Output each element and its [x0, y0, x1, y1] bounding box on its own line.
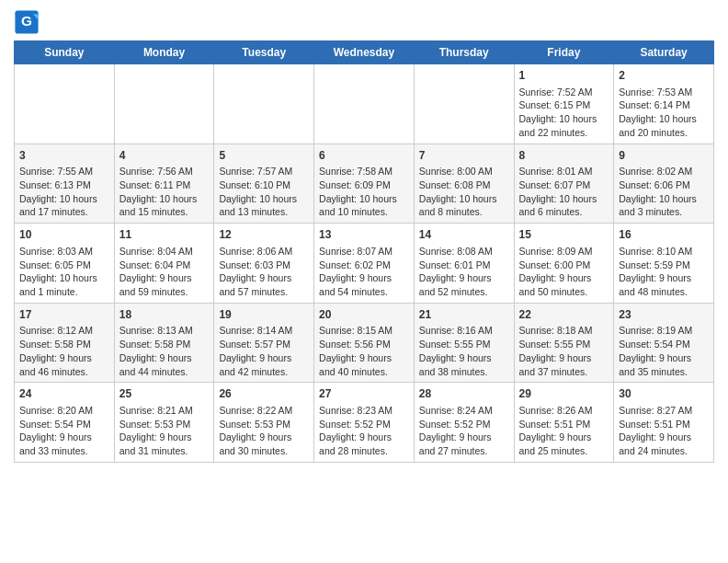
day-info: Sunrise: 8:01 AM Sunset: 6:07 PM Dayligh… — [519, 165, 609, 219]
calendar-cell: 2Sunrise: 7:53 AM Sunset: 6:14 PM Daylig… — [614, 64, 714, 144]
day-info: Sunrise: 8:10 AM Sunset: 5:59 PM Dayligh… — [619, 245, 709, 299]
calendar-cell: 10Sunrise: 8:03 AM Sunset: 6:05 PM Dayli… — [15, 224, 115, 304]
day-number: 20 — [319, 307, 409, 323]
weekday-header-sunday: Sunday — [15, 41, 115, 64]
calendar-cell: 26Sunrise: 8:22 AM Sunset: 5:53 PM Dayli… — [214, 383, 314, 463]
calendar-cell: 18Sunrise: 8:13 AM Sunset: 5:58 PM Dayli… — [114, 303, 214, 383]
calendar-cell: 16Sunrise: 8:10 AM Sunset: 5:59 PM Dayli… — [614, 224, 714, 304]
logo-icon: G — [14, 9, 40, 35]
day-info: Sunrise: 8:06 AM Sunset: 6:03 PM Dayligh… — [219, 245, 309, 299]
day-number: 26 — [219, 386, 309, 402]
weekday-header-friday: Friday — [514, 41, 614, 64]
calendar-cell: 4Sunrise: 7:56 AM Sunset: 6:11 PM Daylig… — [114, 144, 214, 224]
calendar-cell: 1Sunrise: 7:52 AM Sunset: 6:15 PM Daylig… — [514, 64, 614, 144]
day-info: Sunrise: 7:53 AM Sunset: 6:14 PM Dayligh… — [619, 86, 709, 140]
calendar-cell: 13Sunrise: 8:07 AM Sunset: 6:02 PM Dayli… — [314, 224, 415, 304]
weekday-header-wednesday: Wednesday — [314, 41, 415, 64]
calendar-cell: 30Sunrise: 8:27 AM Sunset: 5:51 PM Dayli… — [614, 383, 714, 463]
calendar-cell: 11Sunrise: 8:04 AM Sunset: 6:04 PM Dayli… — [114, 224, 214, 304]
day-info: Sunrise: 8:26 AM Sunset: 5:51 PM Dayligh… — [519, 404, 609, 458]
calendar-cell: 12Sunrise: 8:06 AM Sunset: 6:03 PM Dayli… — [214, 224, 314, 304]
day-info: Sunrise: 7:52 AM Sunset: 6:15 PM Dayligh… — [519, 86, 609, 140]
calendar-cell — [214, 64, 314, 144]
day-info: Sunrise: 8:00 AM Sunset: 6:08 PM Dayligh… — [419, 165, 509, 219]
day-info: Sunrise: 8:02 AM Sunset: 6:06 PM Dayligh… — [619, 165, 709, 219]
calendar-cell: 3Sunrise: 7:55 AM Sunset: 6:13 PM Daylig… — [15, 144, 115, 224]
day-info: Sunrise: 8:03 AM Sunset: 6:05 PM Dayligh… — [19, 245, 109, 299]
day-number: 25 — [119, 386, 210, 402]
calendar-cell: 24Sunrise: 8:20 AM Sunset: 5:54 PM Dayli… — [15, 383, 115, 463]
calendar-cell: 22Sunrise: 8:18 AM Sunset: 5:55 PM Dayli… — [514, 303, 614, 383]
day-number: 10 — [19, 227, 109, 243]
day-number: 8 — [519, 148, 609, 164]
calendar-table: SundayMondayTuesdayWednesdayThursdayFrid… — [14, 40, 714, 463]
day-info: Sunrise: 8:12 AM Sunset: 5:58 PM Dayligh… — [19, 324, 109, 378]
day-info: Sunrise: 7:55 AM Sunset: 6:13 PM Dayligh… — [19, 165, 109, 219]
calendar-cell — [15, 64, 115, 144]
day-number: 29 — [519, 386, 609, 402]
day-number: 2 — [619, 68, 709, 84]
calendar-cell: 9Sunrise: 8:02 AM Sunset: 6:06 PM Daylig… — [614, 144, 714, 224]
calendar-cell: 7Sunrise: 8:00 AM Sunset: 6:08 PM Daylig… — [414, 144, 514, 224]
day-number: 28 — [419, 386, 509, 402]
calendar-cell: 15Sunrise: 8:09 AM Sunset: 6:00 PM Dayli… — [514, 224, 614, 304]
day-number: 4 — [119, 148, 210, 164]
day-number: 15 — [519, 227, 609, 243]
day-info: Sunrise: 8:19 AM Sunset: 5:54 PM Dayligh… — [619, 324, 709, 378]
weekday-header-thursday: Thursday — [414, 41, 514, 64]
day-number: 9 — [619, 148, 709, 164]
day-number: 19 — [219, 307, 309, 323]
day-info: Sunrise: 8:24 AM Sunset: 5:52 PM Dayligh… — [419, 404, 509, 458]
calendar-cell: 8Sunrise: 8:01 AM Sunset: 6:07 PM Daylig… — [514, 144, 614, 224]
calendar-cell: 28Sunrise: 8:24 AM Sunset: 5:52 PM Dayli… — [414, 383, 514, 463]
calendar-cell: 29Sunrise: 8:26 AM Sunset: 5:51 PM Dayli… — [514, 383, 614, 463]
calendar-cell: 19Sunrise: 8:14 AM Sunset: 5:57 PM Dayli… — [214, 303, 314, 383]
calendar-cell: 20Sunrise: 8:15 AM Sunset: 5:56 PM Dayli… — [314, 303, 415, 383]
day-info: Sunrise: 8:04 AM Sunset: 6:04 PM Dayligh… — [119, 245, 210, 299]
day-number: 7 — [419, 148, 509, 164]
day-number: 22 — [519, 307, 609, 323]
calendar-cell — [314, 64, 415, 144]
calendar-cell: 27Sunrise: 8:23 AM Sunset: 5:52 PM Dayli… — [314, 383, 415, 463]
day-number: 21 — [419, 307, 509, 323]
day-number: 23 — [619, 307, 709, 323]
day-number: 14 — [419, 227, 509, 243]
day-number: 24 — [19, 386, 109, 402]
weekday-header-tuesday: Tuesday — [214, 41, 314, 64]
calendar-cell: 6Sunrise: 7:58 AM Sunset: 6:09 PM Daylig… — [314, 144, 415, 224]
day-info: Sunrise: 7:56 AM Sunset: 6:11 PM Dayligh… — [119, 165, 210, 219]
day-number: 17 — [19, 307, 109, 323]
weekday-header-monday: Monday — [114, 41, 214, 64]
calendar-cell: 14Sunrise: 8:08 AM Sunset: 6:01 PM Dayli… — [414, 224, 514, 304]
day-info: Sunrise: 8:23 AM Sunset: 5:52 PM Dayligh… — [319, 404, 409, 458]
day-info: Sunrise: 8:16 AM Sunset: 5:55 PM Dayligh… — [419, 324, 509, 378]
day-info: Sunrise: 8:08 AM Sunset: 6:01 PM Dayligh… — [419, 245, 509, 299]
calendar-cell: 25Sunrise: 8:21 AM Sunset: 5:53 PM Dayli… — [114, 383, 214, 463]
day-info: Sunrise: 8:13 AM Sunset: 5:58 PM Dayligh… — [119, 324, 210, 378]
day-info: Sunrise: 7:58 AM Sunset: 6:09 PM Dayligh… — [319, 165, 409, 219]
day-number: 6 — [319, 148, 409, 164]
day-info: Sunrise: 8:22 AM Sunset: 5:53 PM Dayligh… — [219, 404, 309, 458]
calendar-cell — [414, 64, 514, 144]
day-number: 18 — [119, 307, 210, 323]
day-info: Sunrise: 8:18 AM Sunset: 5:55 PM Dayligh… — [519, 324, 609, 378]
day-info: Sunrise: 8:20 AM Sunset: 5:54 PM Dayligh… — [19, 404, 109, 458]
day-info: Sunrise: 8:27 AM Sunset: 5:51 PM Dayligh… — [619, 404, 709, 458]
weekday-header-saturday: Saturday — [614, 41, 714, 64]
calendar-cell: 23Sunrise: 8:19 AM Sunset: 5:54 PM Dayli… — [614, 303, 714, 383]
day-info: Sunrise: 8:07 AM Sunset: 6:02 PM Dayligh… — [319, 245, 409, 299]
calendar-cell: 5Sunrise: 7:57 AM Sunset: 6:10 PM Daylig… — [214, 144, 314, 224]
svg-text:G: G — [21, 13, 32, 29]
day-number: 13 — [319, 227, 409, 243]
day-number: 27 — [319, 386, 409, 402]
logo: G — [14, 9, 41, 35]
day-number: 12 — [219, 227, 309, 243]
day-number: 5 — [219, 148, 309, 164]
calendar-cell — [114, 64, 214, 144]
day-info: Sunrise: 8:09 AM Sunset: 6:00 PM Dayligh… — [519, 245, 609, 299]
day-number: 11 — [119, 227, 210, 243]
calendar-cell: 17Sunrise: 8:12 AM Sunset: 5:58 PM Dayli… — [15, 303, 115, 383]
day-info: Sunrise: 8:15 AM Sunset: 5:56 PM Dayligh… — [319, 324, 409, 378]
day-number: 16 — [619, 227, 709, 243]
calendar-cell: 21Sunrise: 8:16 AM Sunset: 5:55 PM Dayli… — [414, 303, 514, 383]
